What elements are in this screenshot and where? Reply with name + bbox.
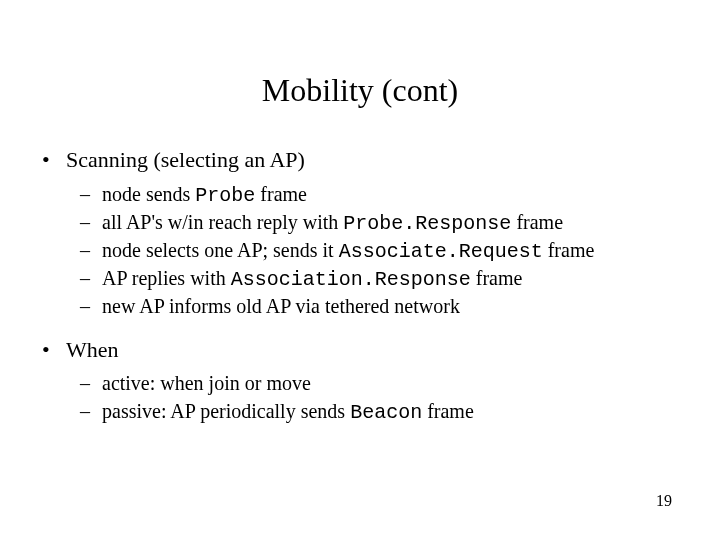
dash-icon: – (80, 398, 102, 426)
slide-body: • Scanning (selecting an AP) – node send… (42, 145, 680, 440)
list-item-text: passive: AP periodically sends Beacon fr… (102, 398, 680, 426)
bullet-scanning: • Scanning (selecting an AP) (42, 145, 680, 175)
dash-icon: – (80, 293, 102, 321)
bullet-when: • When (42, 335, 680, 365)
list-item-text: all AP's w/in reach reply with Probe.Res… (102, 209, 680, 237)
list-item-text: node sends Probe frame (102, 181, 680, 209)
list-item: – AP replies with Association.Response f… (80, 265, 680, 293)
list-item: – all AP's w/in reach reply with Probe.R… (80, 209, 680, 237)
dash-icon: – (80, 209, 102, 237)
list-item: – passive: AP periodically sends Beacon … (80, 398, 680, 426)
slide: Mobility (cont) • Scanning (selecting an… (0, 0, 720, 540)
list-item-text: active: when join or move (102, 370, 680, 398)
bullet-dot-icon: • (42, 335, 66, 365)
dash-icon: – (80, 265, 102, 293)
dash-icon: – (80, 237, 102, 265)
bullet-label: Scanning (selecting an AP) (66, 145, 680, 175)
list-item: – active: when join or move (80, 370, 680, 398)
list-item-text: new AP informs old AP via tethered netwo… (102, 293, 680, 321)
sub-list-when: – active: when join or move – passive: A… (42, 370, 680, 426)
bullet-dot-icon: • (42, 145, 66, 175)
bullet-label: When (66, 335, 680, 365)
list-item: – node sends Probe frame (80, 181, 680, 209)
sub-list-scanning: – node sends Probe frame – all AP's w/in… (42, 181, 680, 321)
dash-icon: – (80, 370, 102, 398)
dash-icon: – (80, 181, 102, 209)
list-item-text: node selects one AP; sends it Associate.… (102, 237, 680, 265)
list-item: – node selects one AP; sends it Associat… (80, 237, 680, 265)
page-number: 19 (656, 492, 672, 510)
list-item-text: AP replies with Association.Response fra… (102, 265, 680, 293)
slide-title: Mobility (cont) (0, 72, 720, 109)
list-item: – new AP informs old AP via tethered net… (80, 293, 680, 321)
